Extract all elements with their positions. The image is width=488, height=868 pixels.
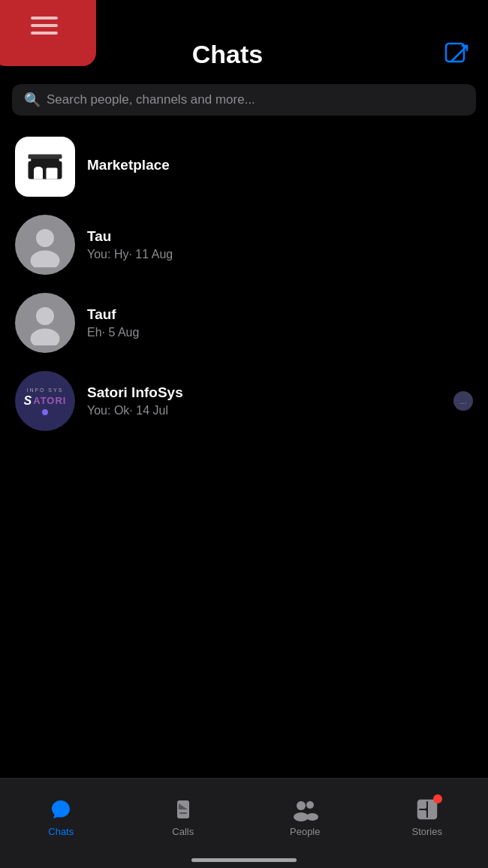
svg-point-12	[31, 329, 60, 346]
chat-list: Marketplace Tau You: Hy· 11 Aug Tauf	[0, 128, 488, 440]
people-nav-icon	[291, 796, 318, 823]
avatar-satori: INFO SYS SATORI	[15, 371, 75, 431]
nav-item-stories[interactable]: Stories	[366, 796, 489, 837]
svg-point-11	[36, 307, 54, 325]
chat-content-satori: Satori InfoSys You: Ok· 14 Jul	[87, 384, 447, 417]
nav-label-stories: Stories	[412, 826, 442, 837]
svg-point-19	[306, 813, 318, 821]
svg-rect-8	[47, 168, 58, 179]
chat-preview-tauf: Eh· 5 Aug	[87, 326, 473, 339]
stories-nav-icon	[414, 796, 441, 823]
chats-nav-icon	[47, 796, 74, 823]
home-indicator	[191, 858, 297, 862]
svg-rect-23	[418, 810, 426, 818]
chat-item-satori[interactable]: INFO SYS SATORI Satori InfoSys You: Ok· …	[0, 362, 488, 440]
avatar-tauf	[15, 293, 75, 353]
svg-point-9	[36, 229, 54, 247]
menu-button[interactable]	[0, 0, 96, 66]
search-icon: 🔍	[24, 92, 41, 108]
search-container: 🔍 Search people, channels and more...	[0, 78, 488, 128]
svg-point-10	[31, 251, 60, 268]
svg-rect-22	[428, 800, 436, 818]
svg-rect-14	[179, 812, 187, 814]
avatar-tau	[15, 215, 75, 275]
search-bar[interactable]: 🔍 Search people, channels and more...	[12, 84, 476, 116]
svg-point-18	[306, 801, 314, 809]
chat-content-tau: Tau You: Hy· 11 Aug	[87, 228, 473, 261]
avatar-marketplace	[15, 137, 75, 197]
chat-preview-tau: You: Hy· 11 Aug	[87, 248, 473, 261]
hamburger-icon	[23, 9, 65, 42]
stories-notification-badge	[433, 794, 442, 803]
header: Chats	[0, 0, 488, 78]
chat-preview-satori: You: Ok· 14 Jul	[87, 404, 447, 417]
nav-item-calls[interactable]: Calls	[122, 796, 245, 837]
chat-name-tauf: Tauf	[87, 306, 473, 323]
chat-item-tau[interactable]: Tau You: Hy· 11 Aug	[0, 206, 488, 284]
nav-item-chats[interactable]: Chats	[0, 796, 122, 837]
compose-button[interactable]	[440, 38, 473, 71]
chat-name-satori: Satori InfoSys	[87, 384, 447, 401]
svg-rect-21	[418, 800, 426, 809]
compose-icon	[444, 42, 468, 66]
bottom-nav: Chats Calls People	[0, 778, 488, 868]
chat-name-marketplace: Marketplace	[87, 157, 473, 173]
nav-label-chats: Chats	[48, 826, 74, 837]
unread-badge-satori: ...	[453, 391, 473, 411]
chat-content-tauf: Tauf Eh· 5 Aug	[87, 306, 473, 339]
search-placeholder: Search people, channels and more...	[47, 92, 255, 107]
nav-item-people[interactable]: People	[244, 796, 366, 837]
calls-nav-icon	[170, 796, 197, 823]
nav-label-people: People	[290, 826, 320, 837]
chat-item-tauf[interactable]: Tauf Eh· 5 Aug	[0, 284, 488, 362]
svg-point-16	[297, 801, 306, 810]
chat-content-marketplace: Marketplace	[87, 157, 473, 176]
nav-label-calls: Calls	[172, 826, 194, 837]
chat-name-tau: Tau	[87, 228, 473, 245]
svg-rect-7	[29, 155, 62, 159]
chat-item-marketplace[interactable]: Marketplace	[0, 128, 488, 206]
